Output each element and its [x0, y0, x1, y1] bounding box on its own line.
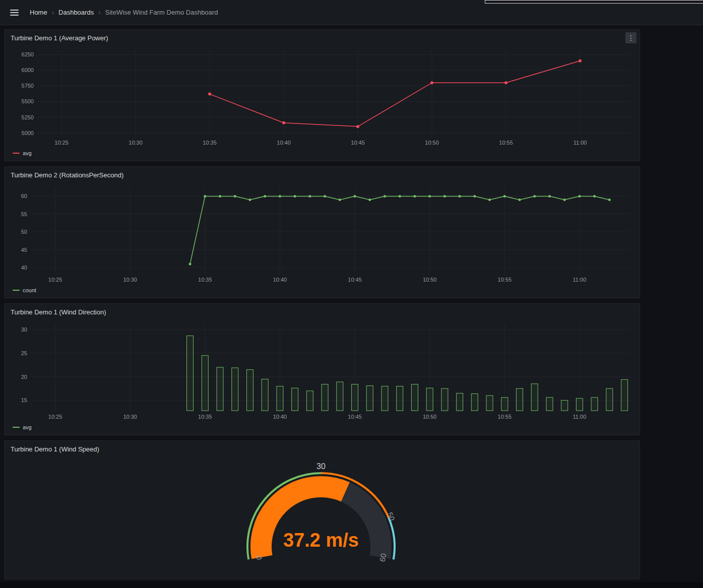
breadcrumb: Home › Dashboards › SiteWise Wind Farm D…: [30, 9, 218, 16]
svg-text:60: 60: [21, 193, 27, 199]
svg-text:5750: 5750: [22, 83, 34, 89]
svg-text:10:35: 10:35: [198, 414, 212, 420]
menu-toggle-button[interactable]: [8, 8, 21, 18]
svg-text:20: 20: [21, 374, 27, 380]
svg-text:15: 15: [21, 397, 27, 403]
svg-text:5250: 5250: [22, 114, 34, 120]
breadcrumb-home[interactable]: Home: [30, 9, 47, 16]
svg-text:10:50: 10:50: [423, 414, 437, 420]
svg-text:0: 0: [254, 555, 264, 560]
breadcrumb-dashboards[interactable]: Dashboards: [58, 9, 94, 16]
svg-text:25: 25: [21, 350, 27, 356]
panel-wind-direction: Turbine Demo 1 (Wind Direction) 10:2510:…: [4, 303, 640, 435]
svg-text:10:45: 10:45: [351, 140, 365, 146]
svg-text:10:50: 10:50: [425, 140, 439, 146]
svg-text:37.2 m/s: 37.2 m/s: [283, 530, 359, 551]
svg-text:11:00: 11:00: [573, 140, 587, 146]
svg-text:30: 30: [316, 462, 326, 471]
legend-label-avg[interactable]: avg: [23, 424, 32, 430]
svg-text:10:35: 10:35: [198, 277, 212, 283]
legend-label-avg[interactable]: avg: [23, 150, 32, 156]
dashboard-canvas: Turbine Demo 1 (Average Power) ⋮ 10:2510…: [0, 25, 703, 579]
svg-text:10:30: 10:30: [123, 414, 137, 420]
svg-text:6000: 6000: [22, 67, 34, 73]
panel-wind-speed: Turbine Demo 1 (Wind Speed) 030506037.2 …: [4, 440, 640, 579]
breadcrumb-separator: ›: [52, 9, 54, 16]
svg-text:5000: 5000: [22, 130, 34, 136]
svg-text:10:45: 10:45: [348, 414, 362, 420]
svg-text:10:35: 10:35: [203, 140, 217, 146]
svg-text:10:40: 10:40: [273, 414, 287, 420]
bottom-bar: [0, 582, 703, 588]
svg-text:10:30: 10:30: [129, 140, 143, 146]
svg-text:10:30: 10:30: [123, 277, 137, 283]
svg-text:30: 30: [21, 326, 27, 333]
svg-text:5500: 5500: [22, 98, 34, 104]
wind-direction-chart[interactable]: 10:2510:3010:3510:4010:4510:5010:5511:00…: [9, 320, 635, 423]
svg-text:6250: 6250: [22, 51, 34, 57]
panel-title[interactable]: Turbine Demo 1 (Wind Direction): [11, 308, 106, 316]
svg-text:55: 55: [21, 211, 27, 217]
svg-text:11:00: 11:00: [573, 277, 587, 283]
panel-header: Turbine Demo 1 (Wind Direction): [9, 304, 635, 320]
svg-text:10:50: 10:50: [423, 277, 437, 283]
svg-text:45: 45: [21, 247, 27, 253]
panel-title[interactable]: Turbine Demo 1 (Wind Speed): [11, 445, 99, 453]
panel-title[interactable]: Turbine Demo 1 (Average Power): [11, 34, 108, 42]
legend: avg: [9, 149, 635, 159]
panel-menu-button[interactable]: ⋮: [625, 32, 636, 43]
svg-text:10:25: 10:25: [54, 140, 69, 146]
panel-header: Turbine Demo 1 (Wind Speed): [9, 441, 635, 457]
svg-text:10:55: 10:55: [498, 414, 512, 420]
svg-text:10:55: 10:55: [499, 140, 513, 146]
top-right-input-fragment: [485, 0, 703, 4]
svg-text:10:40: 10:40: [277, 140, 291, 146]
legend-swatch: [13, 153, 20, 154]
breadcrumb-current-dashboard: SiteWise Wind Farm Demo Dashboard: [105, 9, 218, 16]
legend: avg: [9, 423, 635, 433]
legend-swatch: [13, 290, 20, 291]
svg-text:10:45: 10:45: [348, 277, 362, 283]
wind-speed-gauge: 030506037.2 m/s: [9, 457, 635, 577]
panel-title[interactable]: Turbine Demo 2 (RotationsPerSecond): [11, 171, 123, 179]
kebab-icon: ⋮: [627, 34, 634, 42]
svg-text:11:00: 11:00: [573, 414, 587, 420]
svg-text:10:40: 10:40: [273, 277, 287, 283]
panel-rotations-per-second: Turbine Demo 2 (RotationsPerSecond) 10:2…: [4, 166, 640, 298]
legend-swatch: [13, 427, 20, 428]
svg-text:40: 40: [21, 265, 27, 271]
rotations-chart[interactable]: 10:2510:3010:3510:4010:4510:5010:5511:00…: [9, 183, 635, 286]
legend-label-count[interactable]: count: [23, 287, 36, 293]
nav-bar: Home › Dashboards › SiteWise Wind Farm D…: [0, 0, 703, 25]
gauge-container: 030506037.2 m/s: [9, 457, 635, 577]
panel-header: Turbine Demo 1 (Average Power): [9, 30, 635, 46]
breadcrumb-separator: ›: [98, 9, 100, 16]
panel-header: Turbine Demo 2 (RotationsPerSecond): [9, 167, 635, 183]
legend: count: [9, 286, 635, 296]
panel-average-power: Turbine Demo 1 (Average Power) ⋮ 10:2510…: [4, 29, 640, 161]
average-power-chart[interactable]: 10:2510:3010:3510:4010:4510:5010:5511:00…: [9, 46, 635, 149]
svg-text:10:25: 10:25: [48, 277, 62, 283]
svg-text:50: 50: [21, 229, 27, 235]
svg-text:10:25: 10:25: [48, 414, 62, 420]
svg-text:10:55: 10:55: [498, 277, 512, 283]
svg-text:60: 60: [378, 553, 388, 562]
hamburger-icon: [10, 10, 19, 11]
